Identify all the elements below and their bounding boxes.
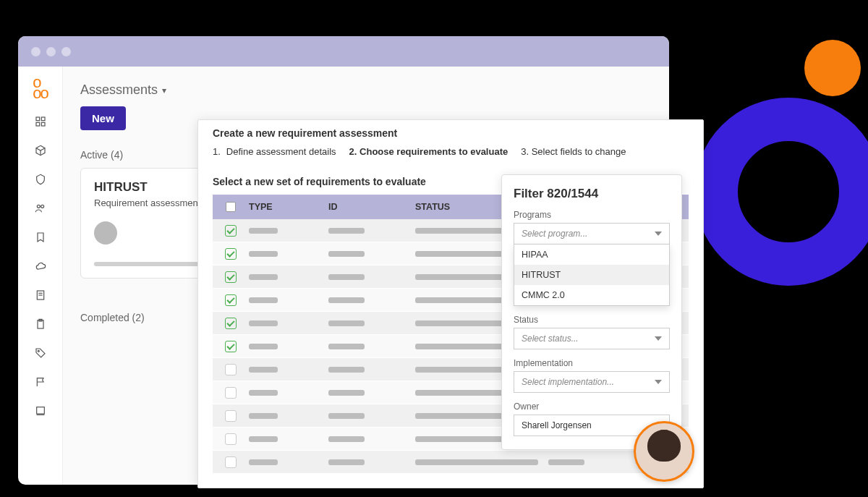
step-3[interactable]: 3. Select fields to change [521, 146, 626, 157]
shield-icon[interactable] [34, 173, 47, 186]
col-id: ID [328, 202, 415, 212]
row-checkbox[interactable] [225, 387, 237, 399]
programs-label: Programs [514, 210, 670, 220]
placeholder [328, 228, 365, 234]
col-type: TYPE [249, 202, 328, 212]
row-checkbox[interactable] [225, 271, 237, 283]
page-title: Assessments [80, 82, 158, 98]
programs-select[interactable]: Select program... [514, 223, 670, 245]
dialog-title: Create a new requirement assessment [213, 127, 689, 139]
window-dot [31, 47, 41, 56]
programs-dropdown: HIPAA HITRUST CMMC 2.0 [514, 244, 670, 306]
row-checkbox[interactable] [225, 248, 237, 260]
tag-icon[interactable] [34, 347, 47, 360]
placeholder [249, 320, 278, 326]
chevron-down-icon [655, 336, 662, 341]
filter-title: Filter 820/1544 [514, 187, 670, 201]
row-checkbox[interactable] [225, 364, 237, 375]
row-checkbox[interactable] [225, 456, 237, 468]
placeholder [249, 390, 278, 396]
placeholder [249, 459, 278, 465]
program-option[interactable]: HIPAA [514, 245, 669, 265]
row-checkbox[interactable] [225, 433, 237, 445]
row-checkbox[interactable] [225, 318, 237, 329]
svg-rect-1 [41, 117, 45, 121]
programs-placeholder: Select program... [522, 229, 587, 239]
placeholder [249, 413, 278, 419]
implementation-select[interactable]: Select implementation... [514, 371, 670, 393]
window-dot [61, 47, 71, 56]
row-checkbox[interactable] [225, 225, 237, 237]
placeholder [328, 251, 365, 257]
users-icon[interactable] [34, 202, 47, 215]
status-placeholder: Select status... [522, 334, 579, 344]
svg-rect-0 [36, 117, 40, 121]
row-checkbox[interactable] [225, 410, 237, 422]
placeholder [249, 251, 278, 257]
decorative-dot [804, 40, 861, 96]
decorative-ring [694, 98, 868, 286]
bookmark-icon[interactable] [34, 231, 47, 244]
nav-rail: ooo [18, 67, 63, 485]
placeholder [328, 436, 365, 442]
dashboard-icon[interactable] [34, 115, 47, 128]
clipboard-icon[interactable] [34, 318, 47, 331]
placeholder [249, 367, 278, 373]
program-option[interactable]: HITRUST [514, 265, 669, 285]
svg-point-5 [41, 205, 43, 208]
status-label: Status [514, 315, 670, 325]
chevron-down-icon: ▾ [162, 85, 166, 95]
package-icon[interactable] [34, 144, 47, 157]
row-checkbox[interactable] [225, 294, 237, 306]
placeholder [249, 436, 278, 442]
placeholder [328, 344, 365, 349]
placeholder [328, 367, 365, 373]
placeholder [328, 413, 365, 419]
svg-rect-3 [41, 122, 45, 126]
placeholder [249, 344, 278, 349]
cloud-icon[interactable] [34, 260, 47, 273]
implementation-placeholder: Select implementation... [522, 377, 614, 387]
placeholder [548, 459, 584, 465]
status-select[interactable]: Select status... [514, 328, 670, 349]
document-icon[interactable] [34, 289, 47, 302]
app-logo: ooo [33, 77, 47, 99]
window-titlebar [18, 36, 669, 67]
placeholder [415, 459, 538, 465]
chevron-down-icon [655, 380, 662, 384]
new-button[interactable]: New [80, 106, 126, 130]
placeholder [328, 320, 365, 326]
svg-point-11 [38, 350, 39, 352]
card-avatar [94, 221, 117, 245]
svg-rect-2 [36, 122, 40, 126]
owner-avatar [634, 421, 694, 482]
report-icon[interactable] [34, 404, 47, 417]
filter-panel: Filter 820/1544 Programs Select program.… [501, 174, 682, 450]
placeholder [328, 390, 365, 396]
placeholder [328, 459, 365, 465]
owner-label: Owner [514, 402, 670, 412]
window-dot [46, 47, 56, 56]
wizard-steps: 1.Define assessment details 2. Choose re… [213, 146, 689, 157]
placeholder [328, 297, 365, 303]
placeholder [249, 297, 278, 303]
page-title-dropdown[interactable]: Assessments ▾ [80, 82, 652, 98]
svg-rect-12 [36, 407, 44, 413]
svg-point-4 [37, 205, 40, 208]
implementation-label: Implementation [514, 358, 670, 368]
step-1[interactable]: 1.Define assessment details [213, 146, 336, 157]
table-row[interactable] [213, 451, 689, 474]
chevron-down-icon [655, 231, 662, 236]
placeholder [249, 228, 278, 234]
program-option[interactable]: CMMC 2.0 [514, 285, 669, 305]
row-checkbox[interactable] [225, 341, 237, 352]
placeholder [328, 274, 365, 280]
placeholder [249, 274, 278, 280]
flag-icon[interactable] [34, 375, 47, 388]
step-2[interactable]: 2. Choose requirements to evaluate [349, 146, 509, 157]
select-all-checkbox[interactable] [226, 202, 236, 212]
